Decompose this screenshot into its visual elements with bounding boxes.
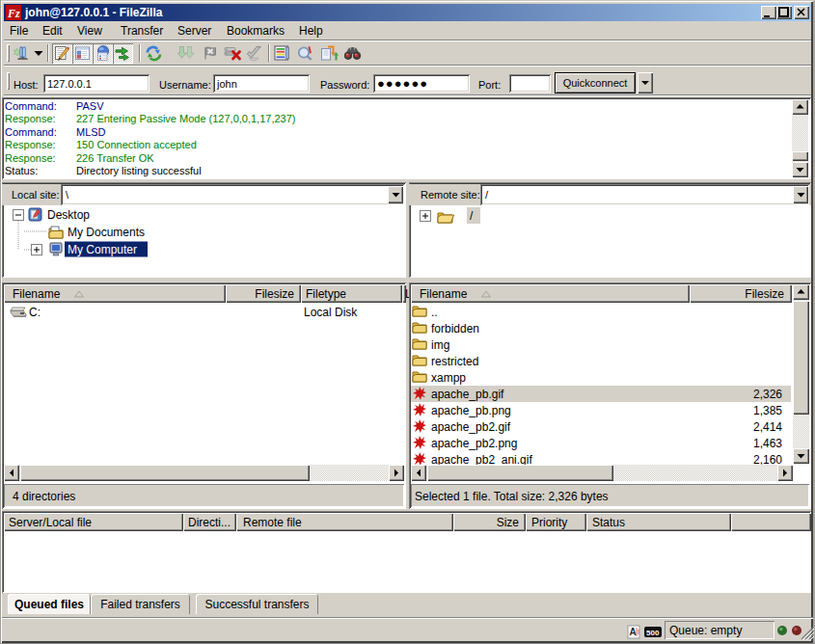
svg-text:My Computer: My Computer — [68, 243, 137, 256]
svg-text:Fz: Fz — [7, 7, 20, 20]
svg-text:My Documents: My Documents — [68, 226, 145, 239]
svg-text:Desktop: Desktop — [47, 208, 90, 222]
svg-text:500: 500 — [646, 629, 660, 637]
svg-text:A: A — [630, 627, 637, 637]
